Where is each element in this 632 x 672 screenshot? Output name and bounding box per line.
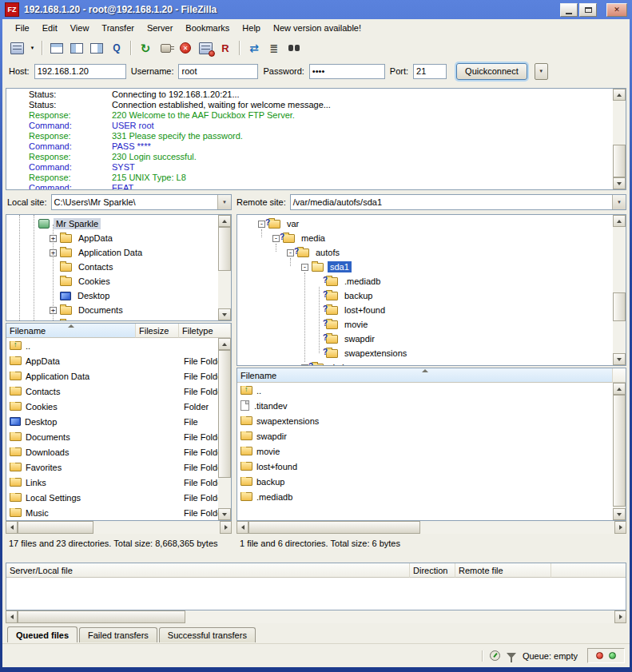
toggle-message-log-button[interactable] xyxy=(47,39,66,57)
menu-edit[interactable]: Edit xyxy=(36,22,64,34)
expand-plus-icon[interactable]: + xyxy=(50,249,57,256)
tree-item-documents[interactable]: + Documents xyxy=(6,303,218,317)
file-row-application-data[interactable]: Application Data File Folder xyxy=(6,368,231,384)
scroll-left-button[interactable] xyxy=(237,521,248,534)
refresh-button[interactable]: ↻ xyxy=(136,39,155,57)
file-row-swapextensions[interactable]: swapextensions xyxy=(237,413,626,428)
tree-item-application-data[interactable]: + Application Data xyxy=(6,245,218,260)
scroll-down-button[interactable] xyxy=(218,308,231,320)
tree-item-autofs[interactable]: - ? autofs xyxy=(237,245,613,260)
menu-new-version-notice[interactable]: New version available! xyxy=(267,22,368,34)
tree-item-appdata[interactable]: + AppData xyxy=(6,231,218,245)
tree-item-swapextensions[interactable]: ? swapextensions xyxy=(237,346,613,360)
tree-item-cookies[interactable]: Cookies xyxy=(6,274,218,288)
maximize-button[interactable] xyxy=(579,3,597,17)
remote-list-horizontal-scrollbar[interactable] xyxy=(237,521,626,534)
scrollbar-thumb[interactable] xyxy=(18,521,93,534)
scroll-up-button[interactable] xyxy=(613,215,626,227)
tree-item-var[interactable]: - ? var xyxy=(237,217,613,231)
remote-site-dropdown[interactable]: ▼ xyxy=(612,195,626,209)
local-list-scrollbar[interactable] xyxy=(218,338,231,520)
menu-bookmarks[interactable]: Bookmarks xyxy=(179,22,236,34)
remote-list-scrollbar[interactable] xyxy=(613,383,626,520)
file-row-appdata[interactable]: AppData File Folder xyxy=(6,353,231,368)
file-row-documents[interactable]: Documents File Folder xyxy=(6,429,231,444)
toggle-local-tree-button[interactable] xyxy=(67,39,86,57)
file-row-lost-found[interactable]: lost+found xyxy=(237,459,626,474)
file-row-parent-dir[interactable]: ↑.. xyxy=(237,383,626,398)
file-row-backup[interactable]: backup xyxy=(237,474,626,489)
password-input[interactable] xyxy=(309,64,385,79)
scrollbar-thumb[interactable] xyxy=(218,227,231,271)
collapse-minus-icon[interactable]: - xyxy=(301,264,308,271)
scrollbar-thumb[interactable] xyxy=(18,610,185,623)
menu-view[interactable]: View xyxy=(64,22,96,34)
tree-item-lost-found[interactable]: ? lost+found xyxy=(237,303,613,317)
scrollbar-thumb[interactable] xyxy=(613,395,626,507)
site-manager-dropdown[interactable]: ▼ xyxy=(27,39,38,57)
tree-item-swapdir[interactable]: ? swapdir xyxy=(237,332,613,346)
scroll-left-button[interactable] xyxy=(6,610,18,623)
column-header-filesize[interactable]: Filesize xyxy=(136,324,179,338)
port-input[interactable] xyxy=(413,64,447,79)
file-row-cookies[interactable]: Cookies Folder xyxy=(6,399,231,414)
scroll-up-button[interactable] xyxy=(218,215,231,227)
tree-item-downloads[interactable]: + Downloads xyxy=(6,317,218,320)
directory-comparison-button[interactable]: ≣ xyxy=(264,39,284,57)
scroll-right-button[interactable] xyxy=(614,521,626,534)
remote-site-combobox[interactable]: /var/media/autofs/sda1 ▼ xyxy=(290,194,626,210)
local-list-horizontal-scrollbar[interactable] xyxy=(6,521,232,534)
reconnect-button[interactable]: R xyxy=(216,39,235,57)
tab-successful-transfers[interactable]: Successful transfers xyxy=(159,627,256,642)
column-header-filename[interactable]: Filename xyxy=(6,324,136,338)
file-row-movie[interactable]: movie xyxy=(237,443,626,459)
scrollbar-thumb[interactable] xyxy=(613,145,626,177)
scrollbar-thumb[interactable] xyxy=(218,350,231,478)
toggle-queue-button[interactable]: Q xyxy=(107,39,126,57)
quickconnect-dropdown[interactable]: ▼ xyxy=(535,63,548,80)
site-manager-button[interactable] xyxy=(7,39,26,57)
tree-item-mediadb[interactable]: ? .mediadb xyxy=(237,274,613,288)
log-vertical-scrollbar[interactable] xyxy=(613,89,626,189)
quickconnect-button[interactable]: Quickconnect xyxy=(456,63,527,80)
close-button[interactable]: ✕ xyxy=(606,3,627,17)
collapse-minus-icon[interactable]: - xyxy=(287,249,294,256)
tree-item-dvd[interactable]: + ? dvd xyxy=(237,360,613,365)
collapse-minus-icon[interactable]: - xyxy=(258,221,265,228)
menu-help[interactable]: Help xyxy=(236,22,267,34)
tree-item-sda1[interactable]: - sda1 xyxy=(237,260,613,274)
scroll-right-button[interactable] xyxy=(614,610,626,623)
local-site-combobox[interactable]: C:\Users\Mr Sparkle\ ▼ xyxy=(51,194,232,210)
tree-item-desktop[interactable]: Desktop xyxy=(6,288,218,303)
scroll-up-button[interactable] xyxy=(613,89,626,101)
speed-limits-icon[interactable] xyxy=(490,650,500,661)
file-row-swapdir[interactable]: swapdir xyxy=(237,428,626,443)
scroll-up-button[interactable] xyxy=(218,338,231,350)
local-tree-scrollbar[interactable] xyxy=(218,215,231,320)
file-row-mediadb[interactable]: .mediadb xyxy=(237,489,626,504)
scroll-down-button[interactable] xyxy=(613,177,626,189)
tree-item-mr-sparkle[interactable]: Mr Sparkle xyxy=(6,217,218,231)
scroll-down-button[interactable] xyxy=(613,508,626,520)
column-header-remote-file[interactable]: Remote file xyxy=(455,563,551,578)
tree-item-contacts[interactable]: Contacts xyxy=(6,260,218,274)
local-site-dropdown[interactable]: ▼ xyxy=(217,195,231,209)
column-header-direction[interactable]: Direction xyxy=(410,563,455,578)
scrollbar-thumb[interactable] xyxy=(613,292,626,321)
collapse-minus-icon[interactable]: - xyxy=(272,235,280,242)
file-row-favorites[interactable]: Favorites File Folder xyxy=(6,459,231,475)
scroll-right-button[interactable] xyxy=(220,521,232,534)
tree-item-backup[interactable]: ? backup xyxy=(237,288,613,303)
column-header-filetype[interactable]: Filetype xyxy=(179,324,231,338)
tab-queued-files[interactable]: Queued files xyxy=(7,626,78,642)
file-row-desktop[interactable]: Desktop File xyxy=(6,414,231,429)
queue-horizontal-scrollbar[interactable] xyxy=(6,610,626,623)
column-header-filename[interactable]: Filename xyxy=(237,368,613,383)
tree-item-media[interactable]: - ? media xyxy=(237,231,613,245)
synchronized-browsing-button[interactable]: ⇄ xyxy=(244,39,264,57)
file-row-downloads[interactable]: Downloads File Folder xyxy=(6,444,231,459)
file-row-contacts[interactable]: Contacts File Folder xyxy=(6,384,231,399)
file-row-links[interactable]: Links File Folder xyxy=(6,475,231,490)
expand-plus-icon[interactable]: + xyxy=(50,307,57,314)
tree-item-movie[interactable]: ? movie xyxy=(237,317,613,332)
